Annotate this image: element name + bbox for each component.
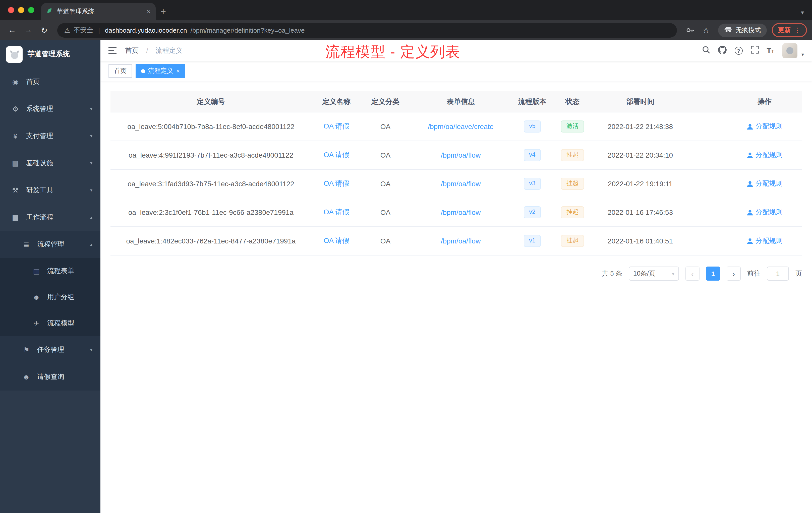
assign-rule-link[interactable]: 分配规则 xyxy=(747,122,783,131)
column-header: 状态 xyxy=(552,97,592,106)
tab-close-icon[interactable]: × xyxy=(147,7,151,16)
goto-page-input[interactable] xyxy=(767,267,789,280)
zoom-window-button[interactable] xyxy=(28,7,34,13)
definition-id-cell: oa_leave:5:004b710b-7b8a-11ec-8ef0-acde4… xyxy=(111,122,311,130)
column-header: 操作 xyxy=(727,91,802,112)
deploy-time-cell: 2022-01-16 01:40:51 xyxy=(592,237,688,245)
user-icon xyxy=(747,180,753,187)
form-link[interactable]: /bpm/oa/flow xyxy=(441,180,481,188)
url-path: /bpm/manager/definition?key=oa_leave xyxy=(191,26,305,34)
version-tag: v2 xyxy=(523,206,541,218)
version-tag: v5 xyxy=(523,120,541,132)
reload-button[interactable]: ↻ xyxy=(37,23,51,37)
sidebar-item-system[interactable]: ⚙ 系统管理 ▾ xyxy=(0,95,100,122)
browser-menu-icon[interactable]: ⋮ xyxy=(794,26,801,34)
sidebar-item-label: 任务管理 xyxy=(37,345,64,354)
tag-close-icon[interactable]: × xyxy=(176,67,180,74)
prev-page-button[interactable]: ‹ xyxy=(686,267,699,280)
tools-icon: ⚒ xyxy=(11,186,20,194)
incognito-label: 无痕模式 xyxy=(736,26,761,34)
avatar-caret-icon[interactable]: ▾ xyxy=(802,52,804,57)
definition-name-link[interactable]: OA 请假 xyxy=(324,179,349,187)
send-icon: ✈ xyxy=(32,319,41,327)
sidebar-item-label: 流程表单 xyxy=(47,267,74,276)
category-cell: OA xyxy=(361,122,409,130)
collapse-sidebar-icon[interactable] xyxy=(109,47,117,55)
page-size-select[interactable]: 10条/页 ▾ xyxy=(629,267,679,280)
sidebar-item-process-form[interactable]: ▥ 流程表单 xyxy=(0,258,100,284)
forward-button[interactable]: → xyxy=(21,23,35,37)
sidebar-item-leave-query[interactable]: ☻ 请假查询 xyxy=(0,363,100,391)
close-window-button[interactable] xyxy=(8,7,14,13)
user-avatar[interactable] xyxy=(782,43,798,58)
sidebar-item-label: 请假查询 xyxy=(37,372,64,382)
active-tag-dot xyxy=(141,69,145,73)
status-tag: 挂起 xyxy=(561,206,584,218)
user-icon xyxy=(747,123,753,130)
breadcrumb-home[interactable]: 首页 xyxy=(125,46,139,55)
tab-search-chevron-icon[interactable]: ▾ xyxy=(801,9,812,20)
sidebar-item-label: 用户分组 xyxy=(47,293,74,302)
page-number-button[interactable]: 1 xyxy=(706,267,720,280)
version-tag: v4 xyxy=(523,149,541,161)
form-link[interactable]: /bpm/oa/flow xyxy=(441,151,481,159)
definition-name-link[interactable]: OA 请假 xyxy=(324,151,349,159)
tag-label: 流程定义 xyxy=(148,67,173,75)
table-row: oa_leave:2:3c1f0ef1-76b1-11ec-9c66-a2380… xyxy=(111,198,802,227)
fullscreen-icon[interactable] xyxy=(751,46,758,56)
address-bar[interactable]: ⚠ 不安全 | dashboard.yudao.iocoder.cn/bpm/m… xyxy=(57,23,677,37)
browser-tab[interactable]: 芋道管理系统 × xyxy=(41,3,156,20)
help-icon[interactable]: ? xyxy=(734,47,743,55)
tag-process-definition[interactable]: 流程定义 × xyxy=(136,64,185,78)
definition-name-link[interactable]: OA 请假 xyxy=(324,208,349,216)
deploy-time-cell: 2022-01-16 17:46:53 xyxy=(592,208,688,216)
tag-home[interactable]: 首页 xyxy=(109,64,132,78)
logo-avatar xyxy=(6,46,23,62)
incognito-icon xyxy=(724,26,732,34)
search-icon[interactable] xyxy=(702,46,710,56)
update-label: 更新 xyxy=(778,26,791,35)
form-link[interactable]: /bpm/oa/leave/create xyxy=(428,122,494,130)
minimize-window-button[interactable] xyxy=(18,7,24,13)
sidebar-item-process-model[interactable]: ✈ 流程模型 xyxy=(0,310,100,336)
sidebar-item-label: 系统管理 xyxy=(26,104,53,114)
sidebar-item-payment[interactable]: ¥ 支付管理 ▾ xyxy=(0,122,100,150)
assign-rule-link[interactable]: 分配规则 xyxy=(747,236,783,245)
sidebar-item-infrastructure[interactable]: ▤ 基础设施 ▾ xyxy=(0,150,100,177)
status-tag: 激活 xyxy=(561,120,584,132)
definition-id-cell: oa_leave:3:1fad3d93-7b75-11ec-a3c8-acde4… xyxy=(111,180,311,188)
category-cell: OA xyxy=(361,151,409,159)
github-icon[interactable] xyxy=(718,46,726,56)
definition-name-link[interactable]: OA 请假 xyxy=(324,236,349,244)
key-icon[interactable] xyxy=(683,23,697,37)
update-button[interactable]: 更新 ⋮ xyxy=(772,23,807,37)
sidebar-item-home[interactable]: ◉ 首页 xyxy=(0,68,100,95)
browser-tab-strip: 芋道管理系统 × + ▾ xyxy=(0,0,812,20)
sidebar-logo[interactable]: 芋道管理系统 xyxy=(0,40,100,68)
user-icon xyxy=(747,152,753,158)
assign-rule-link[interactable]: 分配规则 xyxy=(747,151,783,160)
sidebar-item-task-manage[interactable]: ⚑ 任务管理 ▾ xyxy=(0,336,100,363)
font-size-icon[interactable]: TT xyxy=(766,46,774,55)
page-size-value: 10条/页 xyxy=(633,269,655,278)
new-tab-button[interactable]: + xyxy=(156,3,171,20)
definition-name-link[interactable]: OA 请假 xyxy=(324,122,349,130)
definition-id-cell: oa_leave:2:3c1f0ef1-76b1-11ec-9c66-a2380… xyxy=(111,208,311,216)
assign-rule-link[interactable]: 分配规则 xyxy=(747,179,783,188)
back-button[interactable]: ← xyxy=(5,23,19,37)
gear-icon: ⚙ xyxy=(11,105,20,113)
bookmark-star-icon[interactable]: ☆ xyxy=(699,23,713,37)
sidebar-item-user-group[interactable]: ☻ 用户分组 xyxy=(0,284,100,310)
form-link[interactable]: /bpm/oa/flow xyxy=(441,237,481,245)
sidebar-item-process-manage[interactable]: ≣ 流程管理 ▴ xyxy=(0,231,100,258)
sidebar-item-label: 首页 xyxy=(26,77,40,86)
sidebar-item-devtools[interactable]: ⚒ 研发工具 ▾ xyxy=(0,177,100,204)
sidebar-item-workflow[interactable]: ▦ 工作流程 ▴ xyxy=(0,204,100,231)
version-tag: v3 xyxy=(523,178,541,189)
url-domain: dashboard.yudao.iocoder.cn xyxy=(105,26,187,34)
column-header: 表单信息 xyxy=(409,97,512,106)
form-link[interactable]: /bpm/oa/flow xyxy=(441,208,481,216)
assign-rule-link[interactable]: 分配规则 xyxy=(747,208,783,217)
chevron-up-icon: ▴ xyxy=(90,242,92,247)
next-page-button[interactable]: › xyxy=(727,267,741,280)
